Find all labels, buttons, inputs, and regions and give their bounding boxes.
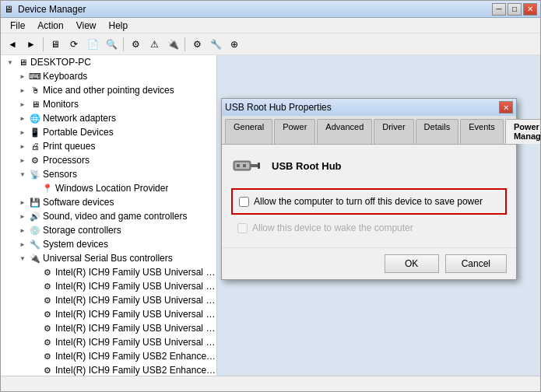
tab-bar: General Power Advanced Driver Details Ev… — [222, 116, 516, 145]
tree-software[interactable]: ► 💾 Software devices — [1, 195, 216, 209]
tree-wlp[interactable]: 📍 Windows Location Provider — [1, 181, 216, 195]
icon-ich9-6: ⚙ — [41, 336, 54, 348]
icon-ich9-1: ⚙ — [41, 266, 54, 278]
label-ich9-5: Intel(R) ICH9 Family USB Universal Host … — [54, 323, 216, 334]
icon-ich9-2: ⚙ — [41, 280, 54, 292]
icon-processors: ⚙ — [29, 154, 41, 166]
toolbar-properties[interactable]: 📄 — [84, 36, 101, 53]
exp-network: ► — [16, 112, 29, 124]
icon-computer: 🖥 — [16, 56, 29, 68]
close-button[interactable]: ✕ — [523, 3, 537, 16]
dialog-close-button[interactable]: ✕ — [499, 101, 513, 114]
toolbar-power[interactable]: 🔌 — [164, 36, 181, 53]
menu-help[interactable]: Help — [103, 19, 135, 33]
tab-events[interactable]: Events — [460, 119, 504, 144]
toolbar-device[interactable]: 🖥 — [47, 36, 64, 53]
dialog-body: USB Root Hub Allow the computer to turn … — [222, 145, 516, 247]
label-print: Print queues — [41, 141, 95, 152]
toolbar-refresh[interactable]: ⟳ — [65, 36, 83, 53]
tree-monitors[interactable]: ► 🖥 Monitors — [1, 97, 216, 111]
tab-power[interactable]: Power — [274, 119, 315, 144]
tab-power-management[interactable]: Power Management — [505, 119, 540, 144]
device-info: USB Root Hub — [231, 154, 507, 177]
menu-file[interactable]: File — [4, 19, 31, 33]
menu-view[interactable]: View — [70, 19, 103, 33]
tree-sensors[interactable]: ▼ 📡 Sensors — [1, 167, 216, 181]
tree-ich9-6[interactable]: ⚙ Intel(R) ICH9 Family USB Universal Hos… — [1, 335, 216, 349]
dialog-buttons: OK Cancel — [222, 247, 516, 279]
exp-sound: ► — [16, 210, 29, 222]
exp-monitors: ► — [16, 98, 29, 110]
icon-ich9-3: ⚙ — [41, 294, 54, 306]
label-mice: Mice and other pointing devices — [41, 85, 174, 96]
tab-general[interactable]: General — [225, 119, 272, 144]
window-title: Device Manager — [18, 4, 86, 15]
label-ich9-7: Intel(R) ICH9 Family USB2 Enhanced Host … — [54, 351, 216, 362]
tab-driver[interactable]: Driver — [374, 119, 413, 144]
tree-root[interactable]: ▼ 🖥 DESKTOP-PC — [1, 55, 216, 69]
tab-details[interactable]: Details — [416, 119, 459, 144]
tab-advanced[interactable]: Advanced — [317, 119, 372, 144]
device-name-label: USB Root Hub — [272, 160, 342, 172]
exp-storage: ► — [16, 224, 29, 236]
label-monitors: Monitors — [41, 99, 79, 110]
tree-ich9-4[interactable]: ⚙ Intel(R) ICH9 Family USB Universal Hos… — [1, 307, 216, 321]
tree-sound[interactable]: ► 🔊 Sound, video and game controllers — [1, 209, 216, 223]
toolbar-back[interactable]: ◄ — [4, 36, 21, 53]
tree-ich9-1[interactable]: ⚙ Intel(R) ICH9 Family USB Universal Hos… — [1, 265, 216, 279]
label-wlp: Windows Location Provider — [54, 183, 168, 194]
tree-print[interactable]: ► 🖨 Print queues — [1, 139, 216, 153]
toolbar-settings[interactable]: ⚙ — [127, 36, 144, 53]
allow-wakeup-checkbox[interactable] — [237, 223, 248, 233]
label-keyboards: Keyboards — [41, 71, 87, 82]
toolbar-extra3[interactable]: ⊕ — [226, 36, 243, 53]
label-ich9-2: Intel(R) ICH9 Family USB Universal Host … — [54, 281, 216, 292]
tree-portable[interactable]: ► 📱 Portable Devices — [1, 125, 216, 139]
exp-wlp — [29, 182, 41, 194]
tree-ich9-8[interactable]: ⚙ Intel(R) ICH9 Family USB2 Enhanced Hos… — [1, 363, 216, 376]
toolbar-warning[interactable]: ⚠ — [146, 36, 163, 53]
svg-rect-3 — [258, 163, 260, 169]
label-ich9-1: Intel(R) ICH9 Family USB Universal Host … — [54, 267, 216, 278]
label-storage: Storage controllers — [41, 225, 121, 236]
maximize-button[interactable]: □ — [508, 3, 522, 16]
exp-ich9-1 — [29, 266, 41, 278]
menu-action[interactable]: Action — [31, 19, 69, 33]
tree-keyboards[interactable]: ► ⌨ Keyboards — [1, 69, 216, 83]
tree-storage[interactable]: ► 💿 Storage controllers — [1, 223, 216, 237]
tree-ich9-3[interactable]: ⚙ Intel(R) ICH9 Family USB Universal Hos… — [1, 293, 216, 307]
toolbar-extra2[interactable]: 🔧 — [207, 36, 224, 53]
tree-processors[interactable]: ► ⚙ Processors — [1, 153, 216, 167]
label-portable: Portable Devices — [41, 127, 114, 138]
allow-turnoff-checkbox[interactable] — [239, 197, 249, 207]
tree-system[interactable]: ► 🔧 System devices — [1, 237, 216, 251]
label-sound: Sound, video and game controllers — [41, 211, 187, 222]
tree-mice[interactable]: ► 🖱 Mice and other pointing devices — [1, 83, 216, 97]
app-icon: 🖥 — [4, 4, 15, 15]
icon-monitors: 🖥 — [29, 98, 41, 110]
tree-ich9-2[interactable]: ⚙ Intel(R) ICH9 Family USB Universal Hos… — [1, 279, 216, 293]
svg-rect-5 — [243, 164, 246, 167]
allow-turnoff-label: Allow the computer to turn off this devi… — [254, 196, 483, 207]
tree-ich9-5[interactable]: ⚙ Intel(R) ICH9 Family USB Universal Hos… — [1, 321, 216, 335]
tree-network[interactable]: ► 🌐 Network adapters — [1, 111, 216, 125]
device-icon — [231, 154, 262, 177]
ok-button[interactable]: OK — [385, 254, 439, 273]
tree-ich9-7[interactable]: ⚙ Intel(R) ICH9 Family USB2 Enhanced Hos… — [1, 349, 216, 363]
toolbar-search[interactable]: 🔍 — [103, 36, 120, 53]
toolbar-forward[interactable]: ► — [23, 36, 40, 53]
icon-usb: 🔌 — [29, 252, 41, 264]
icon-ich9-5: ⚙ — [41, 322, 54, 334]
cancel-button[interactable]: Cancel — [445, 254, 507, 273]
dialog-title-bar: USB Root Hub Properties ✕ — [222, 99, 516, 116]
dialog-title: USB Root Hub Properties — [225, 102, 332, 113]
minimize-button[interactable]: ─ — [492, 3, 506, 16]
tree-usb[interactable]: ▼ 🔌 Universal Serial Bus controllers — [1, 251, 216, 265]
exp-processors: ► — [16, 154, 29, 166]
toolbar-extra1[interactable]: ⚙ — [188, 36, 206, 53]
power-option-1: Allow the computer to turn off this devi… — [231, 188, 507, 215]
icon-ich9-7: ⚙ — [41, 350, 54, 362]
label-processors: Processors — [41, 155, 90, 166]
window-controls: ─ □ ✕ — [492, 3, 537, 16]
label-ich9-6: Intel(R) ICH9 Family USB Universal Host … — [54, 337, 216, 348]
